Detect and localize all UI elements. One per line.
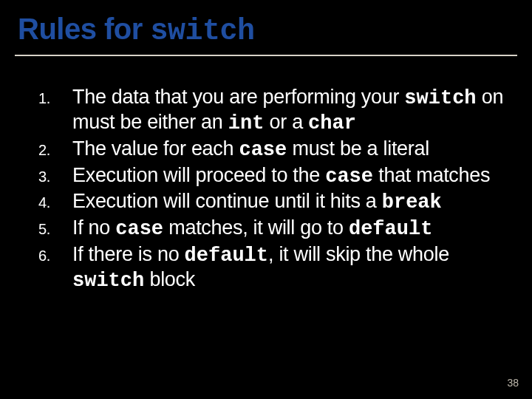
rule-text: must be a literal	[287, 137, 429, 160]
title-area: Rules for switch	[0, 0, 532, 47]
rule-text: The value for each	[72, 137, 239, 160]
rule-text: If there is no	[72, 243, 185, 265]
slide: Rules for switch The data that you are p…	[0, 0, 532, 399]
code-keyword: switch	[72, 270, 144, 292]
code-keyword: break	[382, 191, 442, 214]
rule-text: or a	[264, 111, 308, 133]
rule-text: block	[144, 268, 195, 290]
code-keyword: char	[308, 112, 356, 134]
code-keyword: int	[228, 112, 265, 134]
code-keyword: case	[239, 139, 287, 161]
rule-text: Execution will proceed to the	[72, 164, 325, 186]
rule-item: The data that you are performing your sw…	[72, 86, 508, 136]
code-keyword: default	[185, 245, 268, 267]
code-keyword: case	[325, 166, 373, 188]
rule-text: , it will skip the whole	[268, 243, 449, 265]
title-keyword: switch	[150, 15, 254, 48]
rule-text: that matches	[373, 164, 490, 186]
rule-text: If no	[72, 216, 115, 239]
rule-item: Execution will continue until it hits a …	[72, 190, 508, 215]
title-prefix: Rules for	[18, 13, 150, 45]
rule-item: The value for each case must be a litera…	[72, 137, 508, 163]
rule-item: Execution will proceed to the case that …	[72, 164, 508, 189]
rule-text: The data that you are performing your	[72, 86, 404, 108]
code-keyword: case	[115, 218, 163, 240]
code-keyword: default	[349, 218, 432, 240]
rules-list: The data that you are performing your sw…	[30, 86, 508, 293]
rule-item: If no case matches, it will go to defaul…	[72, 216, 508, 242]
rule-text: matches, it will go to	[163, 216, 349, 239]
slide-body: The data that you are performing your sw…	[0, 56, 532, 293]
slide-title: Rules for switch	[18, 13, 532, 47]
rule-text: Execution will continue until it hits a	[72, 190, 382, 212]
page-number: 38	[507, 377, 519, 389]
rule-item: If there is no default, it will skip the…	[72, 243, 508, 293]
code-keyword: switch	[404, 87, 476, 109]
